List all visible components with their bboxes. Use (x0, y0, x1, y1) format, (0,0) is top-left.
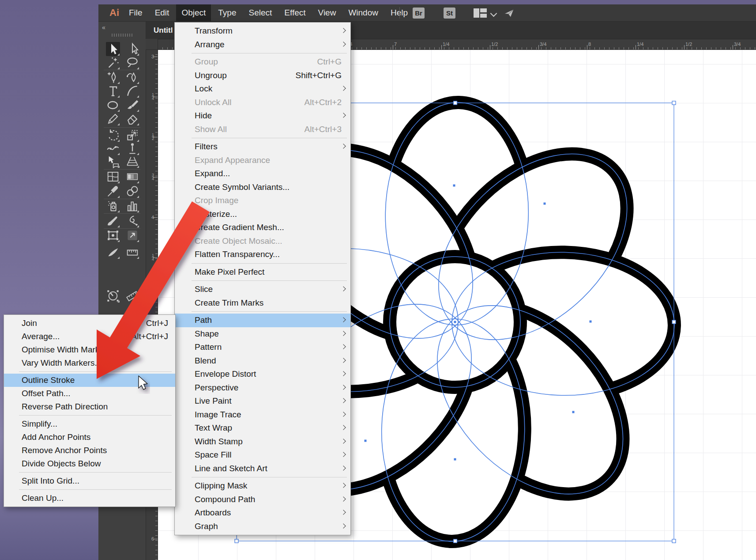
panel-drag-handle[interactable] (112, 34, 133, 37)
width-tool[interactable] (106, 141, 120, 155)
menu-item-compound-path[interactable]: Compound Path (175, 493, 350, 507)
eyedropper-tool[interactable] (106, 184, 120, 198)
menu-item-live-paint[interactable]: Live Paint (175, 394, 350, 408)
anchor-point[interactable] (544, 203, 546, 205)
menu-item-outline-stroke[interactable]: Outline Stroke (4, 374, 175, 387)
menu-item-path[interactable]: Path (175, 314, 350, 327)
eraser-tool[interactable] (125, 112, 139, 126)
menu-item-transform[interactable]: Transform (175, 24, 350, 38)
puppet-warp-tool[interactable] (125, 141, 139, 155)
rotate-tool[interactable] (106, 128, 120, 142)
rotate-view-tool[interactable] (106, 289, 120, 303)
menu-item-slice[interactable]: Slice (175, 283, 350, 296)
lasso-tool[interactable] (125, 56, 139, 70)
menu-view[interactable]: View (313, 4, 342, 21)
chevron-down-icon[interactable] (490, 10, 497, 17)
menu-item-simplify[interactable]: Simplify... (4, 417, 175, 431)
anchor-point[interactable] (365, 440, 367, 442)
selection-handle[interactable] (672, 320, 676, 324)
anchor-point[interactable] (572, 411, 575, 413)
menu-item-expand[interactable]: Expand... (175, 167, 350, 181)
menu-object[interactable]: Object (176, 4, 211, 21)
menu-item-text-wrap[interactable]: Text Wrap (175, 421, 350, 435)
pen-tool[interactable] (106, 70, 120, 84)
menu-item-envelope-distort[interactable]: Envelope Distort (175, 367, 350, 381)
menu-item-ungroup[interactable]: UngroupShift+Ctrl+G (175, 69, 350, 83)
menu-item-space-fill[interactable]: Space Fill (175, 448, 350, 462)
menu-item-lock[interactable]: Lock (175, 82, 350, 96)
selection-handle[interactable] (235, 539, 238, 543)
menu-item-arrange[interactable]: Arrange (175, 38, 350, 52)
menu-item-blend[interactable]: Blend (175, 354, 350, 368)
menu-item-offset-path[interactable]: Offset Path... (4, 387, 175, 400)
menu-effect[interactable]: Effect (279, 4, 311, 21)
menu-item-filters[interactable]: Filters (175, 140, 350, 154)
stock-button[interactable]: St (444, 8, 455, 19)
blob-brush-tool[interactable] (106, 214, 120, 228)
bridge-button[interactable]: Br (413, 8, 425, 19)
paintbrush-tool[interactable] (125, 98, 139, 112)
menu-item-perspective[interactable]: Perspective (175, 381, 350, 395)
anchor-point[interactable] (453, 185, 455, 187)
anchor-point[interactable] (454, 321, 456, 323)
menu-item-hide[interactable]: Hide (175, 109, 350, 123)
menu-item-vary-width-markers[interactable]: Vary Width Markers... (4, 356, 175, 370)
direct-selection-tool[interactable] (125, 42, 139, 56)
selection-handle[interactable] (454, 539, 457, 543)
selection-tool[interactable] (106, 42, 120, 56)
menu-item-flatten-transparency[interactable]: Flatten Transparency... (175, 248, 350, 261)
document-tab[interactable]: Untitl (154, 21, 173, 39)
menu-item-add-anchor-points[interactable]: Add Anchor Points (4, 431, 175, 444)
symbol-sprayer-tool[interactable] (106, 199, 120, 213)
menu-item-shape[interactable]: Shape (175, 327, 350, 341)
menu-item-split-into-grid[interactable]: Split Into Grid... (4, 474, 175, 488)
slice-tool[interactable] (125, 228, 139, 242)
column-graph-tool[interactable] (125, 199, 139, 213)
menu-file[interactable]: File (124, 4, 148, 21)
curvature-tool[interactable] (125, 70, 139, 84)
selection-handle[interactable] (672, 539, 676, 543)
artboard-tool[interactable] (106, 228, 120, 242)
gradient-tool[interactable] (125, 170, 139, 184)
menu-item-join[interactable]: JoinCtrl+J (4, 317, 175, 330)
collapse-panel-icon[interactable]: « (102, 24, 105, 31)
menu-item-average[interactable]: Average...Alt+Ctrl+J (4, 330, 175, 343)
type-tool[interactable] (106, 84, 120, 98)
share-icon[interactable] (504, 8, 515, 19)
menu-item-remove-anchor-points[interactable]: Remove Anchor Points (4, 444, 175, 457)
shaper-tool[interactable] (106, 112, 120, 126)
selection-handle[interactable] (454, 101, 457, 105)
ellipse-tool[interactable] (106, 98, 120, 112)
menu-item-create-trim-marks[interactable]: Create Trim Marks (175, 296, 350, 310)
menu-item-pattern[interactable]: Pattern (175, 341, 350, 354)
menu-item-width-stamp[interactable]: Width Stamp (175, 435, 350, 449)
menu-edit[interactable]: Edit (150, 4, 175, 21)
ruler-tool[interactable] (125, 245, 139, 259)
menu-item-graph[interactable]: Graph (175, 520, 350, 534)
magic-wand-tool[interactable] (106, 56, 120, 70)
anchor-point[interactable] (590, 321, 592, 323)
scissors-tool[interactable] (125, 214, 139, 228)
perspective-grid-tool[interactable] (125, 154, 139, 168)
menu-item-make-pixel-perfect[interactable]: Make Pixel Perfect (175, 265, 350, 279)
menu-window[interactable]: Window (343, 4, 384, 21)
anchor-point[interactable] (454, 458, 456, 461)
blend-tool[interactable] (125, 184, 139, 198)
menu-item-create-symbol-variants[interactable]: Create Symbol Variants... (175, 181, 350, 194)
menu-item-optimise-width-markers[interactable]: Optimise Width Markers... (4, 343, 175, 356)
menu-item-clean-up[interactable]: Clean Up... (4, 492, 175, 505)
scale-tool[interactable] (125, 128, 139, 142)
measure-tool[interactable] (125, 289, 139, 303)
knife-tool[interactable] (106, 245, 120, 259)
menu-item-create-gradient-mesh[interactable]: Create Gradient Mesh... (175, 221, 350, 235)
mesh-tool[interactable] (106, 170, 120, 184)
menu-item-divide-objects-below[interactable]: Divide Objects Below (4, 457, 175, 470)
workspace-switcher-icon[interactable] (474, 8, 487, 18)
menu-item-clipping-mask[interactable]: Clipping Mask (175, 479, 350, 493)
menu-type[interactable]: Type (213, 4, 241, 21)
menu-item-line-and-sketch-art[interactable]: Line and Sketch Art (175, 462, 350, 476)
free-transform-tool[interactable] (106, 154, 120, 168)
menu-item-reverse-path-direction[interactable]: Reverse Path Direction (4, 400, 175, 413)
menu-item-image-trace[interactable]: Image Trace (175, 408, 350, 422)
arc-tool[interactable] (125, 84, 139, 98)
